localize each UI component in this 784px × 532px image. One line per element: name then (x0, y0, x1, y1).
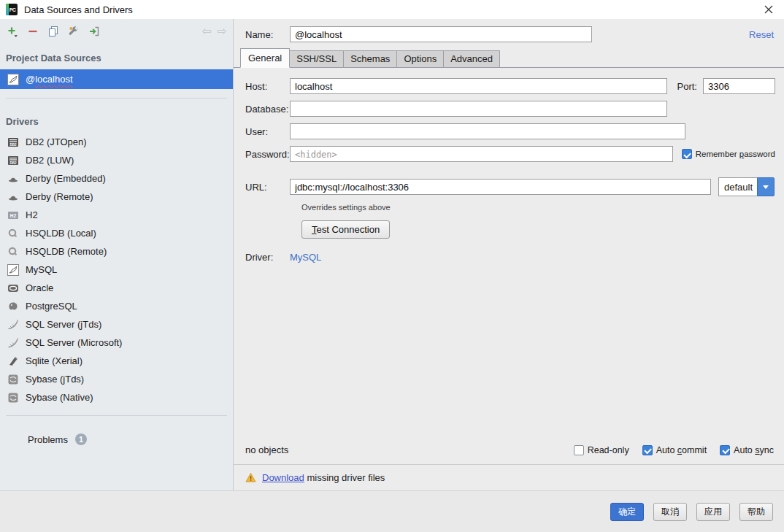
tab-bar: General SSH/SSL Schemas Options Advanced (234, 48, 784, 68)
back-arrow-icon[interactable]: ⇦ (201, 26, 211, 37)
auto-sync-group: Auto sync (720, 445, 774, 455)
driver-item-db2-jtopen[interactable]: DB2 DB2 (JTOpen) (0, 133, 233, 151)
name-label: Name: (245, 29, 290, 40)
password-input[interactable] (290, 146, 673, 162)
no-objects-label: no objects (245, 444, 288, 455)
driver-item-h2[interactable]: H2 H2 (0, 206, 233, 224)
warning-icon (245, 472, 257, 484)
driver-mysql-link[interactable]: MySQL (290, 252, 321, 263)
password-label: Password: (245, 149, 290, 160)
database-label: Database: (245, 104, 290, 115)
driver-list: DB2 DB2 (JTOpen) DB2 DB2 (LUW) Derby (Em… (0, 133, 233, 406)
remember-password-group: Remember password (682, 149, 775, 159)
problems-row[interactable]: Problems 1 (0, 425, 233, 445)
name-row: Name: Reset (234, 19, 784, 48)
oracle-icon (7, 282, 19, 294)
svg-text:H2: H2 (10, 212, 17, 217)
add-icon[interactable] (6, 25, 19, 38)
port-label: Port: (677, 81, 697, 92)
name-input[interactable] (290, 26, 592, 42)
url-preset-dropdown[interactable]: default (718, 177, 775, 196)
chevron-down-icon[interactable] (757, 177, 775, 196)
hsqldb-icon (7, 246, 19, 258)
driver-item-postgresql[interactable]: PostgreSQL (0, 297, 233, 315)
tab-options[interactable]: Options (396, 50, 444, 67)
user-input[interactable] (290, 123, 685, 139)
main-panel: Name: Reset General SSH/SSL Schemas Opti… (234, 19, 784, 490)
tab-schemas[interactable]: Schemas (343, 50, 397, 67)
download-link[interactable]: Download (262, 472, 304, 483)
sidebar: ⇦ ⇨ Project Data Sources @localhost Driv… (0, 19, 234, 490)
ok-button[interactable]: 确定 (610, 503, 644, 521)
driver-item-db2-luw[interactable]: DB2 DB2 (LUW) (0, 151, 233, 169)
port-input[interactable] (703, 78, 775, 94)
duplicate-icon[interactable] (47, 25, 60, 38)
driver-item-sqlserver-microsoft[interactable]: SQL Server (Microsoft) (0, 334, 233, 352)
database-input[interactable] (290, 101, 667, 117)
driver-item-sybase-jtds[interactable]: Sybase (jTds) (0, 370, 233, 388)
sybase-icon (7, 374, 19, 385)
driver-item-sqlite-xerial[interactable]: Sqlite (Xerial) (0, 352, 233, 370)
url-input[interactable] (290, 179, 711, 195)
data-source-item-localhost[interactable]: @localhost (0, 69, 233, 89)
auto-sync-checkbox[interactable] (720, 445, 730, 455)
tab-advanced[interactable]: Advanced (443, 50, 500, 67)
db2-icon: DB2 (7, 136, 19, 148)
sqlserver-icon (7, 319, 19, 331)
tab-ssh-ssl[interactable]: SSH/SSL (289, 50, 344, 67)
sidebar-divider (6, 415, 227, 416)
help-button[interactable]: 帮助 (739, 503, 773, 521)
postgresql-icon (7, 301, 19, 312)
mysql-icon (7, 74, 19, 85)
drivers-header: Drivers (0, 107, 233, 133)
db2-icon: DB2 (7, 155, 19, 166)
dialog-footer: 确定 取消 应用 帮助 (0, 490, 784, 532)
close-icon[interactable] (762, 3, 775, 16)
auto-sync-label: Auto sync (734, 445, 774, 455)
driver-item-oracle[interactable]: Oracle (0, 279, 233, 297)
problems-count-badge: 1 (75, 433, 87, 445)
data-source-label: @localhost (26, 74, 73, 85)
remember-password-checkbox[interactable] (682, 149, 692, 159)
mysql-icon (7, 264, 19, 276)
tab-general[interactable]: General (240, 48, 290, 68)
warning-text: missing driver files (304, 472, 385, 483)
url-hint: Overrides settings above (301, 203, 775, 212)
read-only-label: Read-only (588, 445, 629, 455)
svg-text:DB2: DB2 (9, 142, 17, 146)
driver-item-derby-embedded[interactable]: Derby (Embedded) (0, 169, 233, 188)
driver-item-mysql[interactable]: MySQL (0, 261, 233, 279)
sqlserver-icon (7, 337, 19, 349)
sybase-icon (7, 392, 19, 404)
problems-label: Problems (28, 434, 68, 445)
driver-item-hsqldb-local[interactable]: HSQLDB (Local) (0, 224, 233, 242)
driver-item-sqlserver-jtds[interactable]: SQL Server (jTds) (0, 315, 233, 334)
auto-commit-checkbox[interactable] (642, 445, 653, 455)
general-tab-content: Host: Port: Database: User: Password: Re… (234, 68, 784, 444)
auto-commit-label: Auto commit (656, 445, 707, 455)
driver-settings-wrench-icon[interactable] (67, 25, 80, 38)
read-only-checkbox[interactable] (574, 445, 584, 455)
host-input[interactable] (290, 78, 667, 94)
remove-icon[interactable] (26, 25, 39, 38)
derby-icon (7, 173, 19, 185)
sidebar-divider (6, 98, 227, 99)
driver-warning-row: Download missing driver files (234, 464, 784, 490)
driver-item-sybase-native[interactable]: Sybase (Native) (0, 388, 233, 406)
driver-item-hsqldb-remote[interactable]: HSQLDB (Remote) (0, 242, 233, 261)
svg-text:DB2: DB2 (9, 161, 17, 164)
test-connection-button[interactable]: Test Connection (301, 220, 390, 239)
status-row: no objects Read-only Auto commit Auto sy… (234, 444, 784, 464)
driver-item-derby-remote[interactable]: Derby (Remote) (0, 188, 233, 206)
derby-icon (7, 191, 19, 203)
host-label: Host: (245, 81, 290, 92)
import-driver-icon[interactable] (88, 25, 101, 38)
sqlite-icon (7, 355, 19, 367)
reset-link[interactable]: Reset (749, 29, 774, 40)
apply-button[interactable]: 应用 (696, 503, 730, 521)
window-title: Data Sources and Drivers (24, 4, 133, 15)
remember-password-label: Remember password (696, 150, 775, 158)
read-only-group: Read-only (574, 445, 629, 455)
cancel-button[interactable]: 取消 (653, 503, 687, 521)
forward-arrow-icon[interactable]: ⇨ (218, 26, 227, 37)
